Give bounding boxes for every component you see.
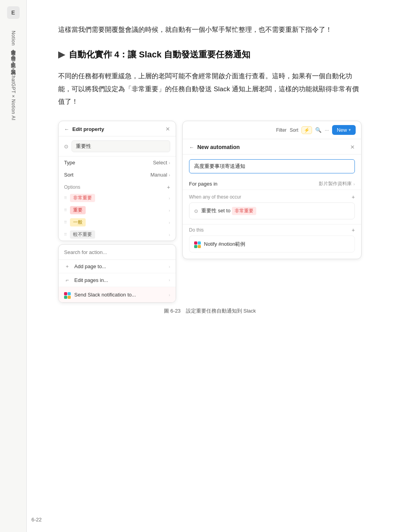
ep-option-chevron-icon: › [169,196,170,201]
af-do-this-add-icon[interactable]: + [352,227,355,233]
ep-drag-icon: ⠿ [64,220,67,225]
ep-option-tag-normal: 一般 [70,218,86,226]
caption: 圖 6-23 設定重要任務自動通知到 Slack [58,307,362,315]
ep-option-tag-important: 重要 [70,206,86,214]
ep-option-item: ⠿ 非常重要 › [59,192,176,204]
screenshot-area: ← Edit property ✕ ⊙ 重要性 Type Select › [58,121,362,303]
ep-drag-icon: ⠿ [64,208,67,212]
ep-option-tag-very-important: 非常重要 [70,194,95,202]
heading-arrow: ▶ [58,50,65,60]
ep-drag-icon: ⠿ [64,232,67,237]
ep-sort-label: Sort [64,172,73,178]
action-search-bar [59,245,176,260]
action-edit-pages-label: Edit pages in... [74,277,165,283]
heading-text: 自動化實作 4：讓 Slack 自動發送重要任務通知 [69,49,250,61]
intro-paragraph: 這樣當我們需要開覆盤會議的時候，就自動有一個小幫手幫忙整理，也不需要重新下指令了… [58,24,362,36]
af-title: New automation [197,144,240,150]
new-dropdown-icon[interactable]: ▾ [349,127,351,133]
ep-option-chevron-icon: › [169,208,170,213]
af-trigger-text: 重要性 set to 非常重要 [201,207,350,215]
ep-type-value-text: Select [153,160,167,166]
action-chevron-icon: › [169,293,170,297]
ep-option-item: ⠿ 較不重要 › [59,228,176,241]
action-search-input[interactable] [64,249,170,255]
page-number: 6-22 [31,517,42,523]
action-add-page-label: Add page to... [74,263,165,269]
ep-name-input[interactable]: 重要性 [72,140,170,152]
af-when-add-icon[interactable]: + [352,194,355,200]
action-chevron-icon: › [169,278,170,282]
filter-button[interactable]: Filter [276,127,286,133]
af-do-this-label: Do this [189,227,204,233]
sidebar-logo: E [7,6,20,19]
ep-title: Edit property [72,126,104,132]
af-trigger-tag: 非常重要 [232,207,256,215]
af-for-pages-db: 影片製作資料庫 [319,180,352,187]
af-for-pages-value[interactable]: 影片製作資料庫 › [319,180,355,187]
automation-form: ← New automation ✕ 高度重要事項寄送通知 For pages … [183,139,361,252]
af-for-pages-row: For pages in 影片製作資料庫 › [183,178,361,190]
ep-name-icon: ⊙ [64,144,68,149]
ep-sort-row: Sort Manual › [59,169,176,181]
action-item-edit-pages[interactable]: ⌐ Edit pages in... › [59,273,176,287]
new-button[interactable]: New ▾ [332,125,356,135]
sort-button[interactable]: Sort [290,127,298,133]
add-page-icon: + [64,263,70,269]
ep-option-tag-less-important: 較不重要 [70,230,95,239]
ep-sort-value[interactable]: Manual › [151,172,170,178]
search-icon[interactable]: 🔍 [315,127,321,133]
ep-type-chevron-icon: › [169,160,170,165]
ep-option-item: ⠿ 重要 › [59,204,176,216]
ep-close-icon[interactable]: ✕ [165,126,170,132]
af-back-icon[interactable]: ← [189,144,194,150]
af-header-left: ← New automation [189,144,240,150]
af-trigger-icon: ⊙ [194,208,198,214]
af-trigger-label: 重要性 set to [201,208,230,214]
lightning-icon: ⚡ [301,126,312,134]
af-when-label: When any of these occur + [183,190,361,202]
ep-options-header: Options + [59,181,176,192]
af-name-field[interactable]: 高度重要事項寄送通知 [189,159,355,173]
action-slack-label: Send Slack notification to... [74,292,165,298]
slack-icon [64,291,70,299]
left-panel-wrapper: ← Edit property ✕ ⊙ 重要性 Type Select › [58,121,176,303]
ep-back-arrow-icon[interactable]: ← [64,126,69,132]
af-trigger-block: ⊙ 重要性 set to 非常重要 [189,202,355,219]
ep-header-left: ← Edit property [64,126,104,132]
ep-type-row: Type Select › [59,156,176,169]
action-panel: + Add page to... › ⌐ Edit pages in... › [58,244,176,303]
af-do-this: Do this + [183,224,361,236]
edit-property-panel: ← Edit property ✕ ⊙ 重要性 Type Select › [58,121,176,241]
ep-drag-icon: ⠿ [64,196,67,200]
ep-type-label: Type [64,160,75,166]
ep-options-label: Options [64,184,80,190]
more-options-icon[interactable]: ··· [325,127,329,133]
af-close-icon[interactable]: ✕ [350,144,355,150]
action-item-add-page[interactable]: + Add page to... › [59,260,176,273]
action-chevron-icon: › [169,264,170,269]
af-for-pages-chevron-icon: › [353,182,355,186]
sidebar-text: Notion全方位管理術：任務管理×收支記帳×知識筆記×ChatGPT×Noti… [8,31,18,120]
ep-name-row: ⊙ 重要性 [59,136,176,156]
af-when-text: When any of these occur [189,194,241,200]
main-content: 這樣當我們需要開覆盤會議的時候，就自動有一個小幫手幫忙整理，也不需要重新下指令了… [27,0,393,532]
ep-option-item: ⠿ 一般 › [59,216,176,228]
slack-notify-icon [194,240,201,248]
ep-sort-chevron-icon: › [169,173,170,177]
new-button-label: New [337,127,347,133]
rp-toolbar: Filter Sort ⚡ 🔍 ··· New ▾ [183,121,361,139]
ep-header: ← Edit property ✕ [59,121,176,136]
af-notify-text: Notify #notion範例 [204,241,246,248]
section-4-heading: ▶ 自動化實作 4：讓 Slack 自動發送重要任務通知 [58,49,362,61]
ep-option-chevron-icon: › [169,232,170,237]
af-for-pages-label: For pages in [189,181,217,187]
sidebar: E Notion全方位管理術：任務管理×收支記帳×知識筆記×ChatGPT×No… [0,0,27,532]
af-header: ← New automation ✕ [183,139,361,155]
ep-sort-value-text: Manual [151,172,167,178]
right-panel: Filter Sort ⚡ 🔍 ··· New ▾ ← [182,121,362,259]
action-item-slack[interactable]: Send Slack notification to... › [59,287,176,302]
af-notify-block: Notify #notion範例 [189,236,355,252]
ep-options-add-icon[interactable]: + [167,184,170,190]
edit-pages-icon: ⌐ [64,277,70,283]
ep-type-value[interactable]: Select › [153,160,170,166]
